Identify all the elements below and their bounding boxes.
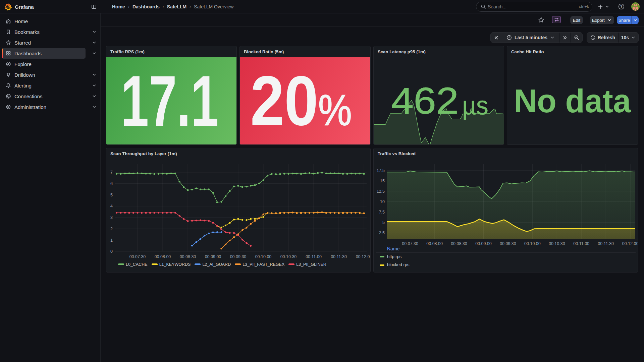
svg-text:00:10:00: 00:10:00 [524, 241, 541, 246]
svg-text:00:09:30: 00:09:30 [230, 254, 247, 259]
svg-text:00:12:00: 00:12:00 [622, 241, 638, 246]
svg-text:00:08:00: 00:08:00 [155, 254, 171, 259]
svg-text:17.5: 17.5 [377, 168, 385, 173]
svg-text:12.5: 12.5 [377, 189, 385, 194]
svg-text:6: 6 [110, 181, 113, 186]
svg-text:15: 15 [380, 179, 385, 183]
svg-text:10: 10 [380, 199, 385, 204]
svg-text:00:09:00: 00:09:00 [205, 254, 221, 259]
svg-text:00:11:30: 00:11:30 [331, 254, 347, 259]
svg-text:00:07:30: 00:07:30 [402, 241, 418, 246]
svg-text:5: 5 [110, 193, 113, 197]
svg-text:00:09:30: 00:09:30 [500, 241, 516, 246]
svg-text:00:10:30: 00:10:30 [280, 254, 297, 259]
svg-text:00:08:30: 00:08:30 [451, 241, 467, 246]
svg-text:00:10:30: 00:10:30 [549, 241, 565, 246]
svg-text:00:10:00: 00:10:00 [255, 254, 272, 259]
svg-text:00:12:00: 00:12:00 [356, 254, 371, 259]
svg-text:00:09:00: 00:09:00 [475, 241, 492, 246]
svg-text:5: 5 [382, 220, 385, 225]
svg-text:7.5: 7.5 [379, 210, 385, 215]
svg-text:00:07:30: 00:07:30 [129, 254, 146, 259]
svg-text:00:08:30: 00:08:30 [180, 254, 196, 259]
svg-text:?: ? [620, 4, 622, 8]
svg-text:7: 7 [110, 170, 113, 175]
svg-text:0: 0 [110, 249, 113, 254]
svg-text:2.5: 2.5 [379, 231, 385, 235]
svg-text:1: 1 [110, 238, 113, 243]
svg-text:3: 3 [110, 215, 113, 220]
svg-text:00:11:00: 00:11:00 [306, 254, 322, 259]
svg-text:00:11:30: 00:11:30 [598, 241, 614, 246]
svg-text:00:11:00: 00:11:00 [573, 241, 589, 246]
svg-text:2: 2 [110, 227, 113, 231]
svg-text:4: 4 [110, 204, 113, 208]
svg-text:00:08:00: 00:08:00 [426, 241, 443, 246]
